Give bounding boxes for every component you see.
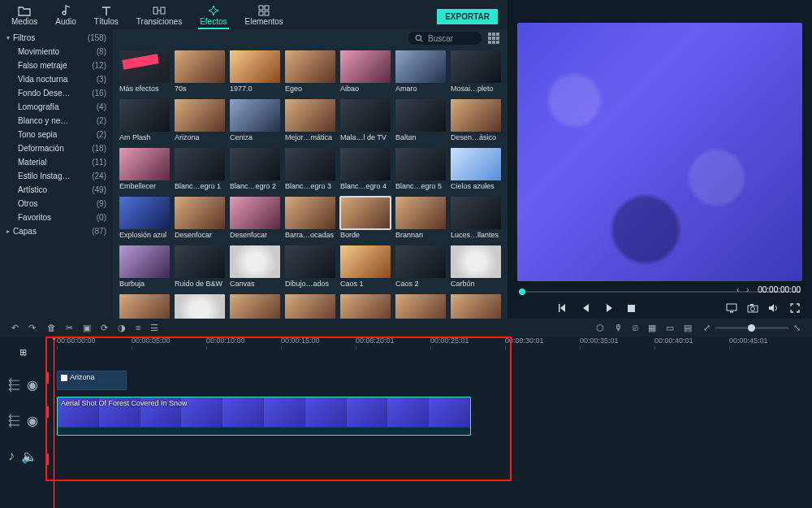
effect-item[interactable]: Caos 2: [395, 245, 446, 291]
effect-item[interactable]: Caos 1: [340, 245, 391, 291]
fx-clip[interactable]: Arizona: [57, 371, 127, 390]
category-item[interactable]: Deformación(18): [0, 141, 113, 155]
effect-item[interactable]: [395, 294, 446, 319]
effect-item[interactable]: Brannan: [395, 197, 446, 242]
category-item[interactable]: Tono sepia(2): [0, 128, 113, 141]
fit-icon[interactable]: ⤢: [703, 323, 710, 333]
category-item[interactable]: Artístico(49): [0, 183, 113, 197]
delete-button[interactable]: 🗑: [47, 323, 56, 333]
effect-item[interactable]: Barra…ocadas: [285, 197, 335, 242]
effect-item[interactable]: Carbón: [451, 245, 501, 291]
fx-track[interactable]: Arizona: [45, 371, 812, 390]
effect-item[interactable]: Burbuja: [119, 245, 170, 291]
grid-view-toggle[interactable]: [488, 33, 499, 44]
effect-item[interactable]: [119, 294, 170, 319]
effect-item[interactable]: Más efectos: [119, 50, 170, 96]
effect-item[interactable]: Borde: [340, 197, 391, 242]
effect-item[interactable]: Egeo: [285, 50, 335, 96]
effect-item[interactable]: 70s: [175, 50, 225, 96]
volume-icon[interactable]: [768, 302, 780, 314]
more-button[interactable]: ☰: [150, 323, 158, 333]
volume-icon[interactable]: 🔈: [21, 449, 37, 464]
visibility-icon[interactable]: ◉: [27, 413, 38, 428]
effect-item[interactable]: Desen…ásico: [451, 99, 501, 145]
effect-item[interactable]: Mejor…mática: [285, 99, 335, 145]
color-button[interactable]: ◑: [118, 323, 126, 333]
track-manager-button[interactable]: ▤: [684, 323, 692, 333]
category-item[interactable]: Vida nocturna(3): [0, 72, 113, 86]
voiceover-button[interactable]: 🎙: [614, 323, 623, 333]
effect-item[interactable]: Baltan: [395, 99, 446, 145]
effect-item[interactable]: Ceniza: [230, 99, 280, 145]
category-item[interactable]: Favoritos(0): [0, 211, 113, 224]
effect-item[interactable]: Mosai…pleto: [451, 50, 501, 96]
category-item[interactable]: Lomografía(4): [0, 100, 113, 114]
search-input[interactable]: Buscar: [408, 32, 482, 45]
category-item[interactable]: Movimiento(8): [0, 45, 113, 59]
tab-efectos[interactable]: Efectos: [198, 3, 228, 29]
zoom-slider[interactable]: ⤢ ⤡: [703, 323, 801, 333]
preview-viewport[interactable]: [517, 23, 802, 281]
effect-item[interactable]: Aibao: [340, 50, 391, 96]
effect-item[interactable]: Desenfocar: [175, 197, 225, 242]
effect-item[interactable]: Desenfocar: [230, 197, 280, 242]
category-item[interactable]: Falso metraje(12): [0, 59, 113, 72]
effect-item[interactable]: [230, 294, 280, 319]
split-button[interactable]: ✂: [66, 323, 73, 333]
render-button[interactable]: ▦: [648, 323, 656, 333]
display-settings-icon[interactable]: [726, 302, 737, 314]
fullscreen-icon[interactable]: [789, 302, 801, 314]
video-track-header[interactable]: ⬱ ◉: [0, 398, 45, 442]
category-item[interactable]: Estilo Instag…(24): [0, 169, 113, 183]
zoom-to-fit-icon[interactable]: ⤡: [793, 323, 801, 333]
export-button[interactable]: EXPORTAR: [437, 9, 498, 24]
effect-item[interactable]: [285, 294, 335, 319]
effect-item[interactable]: Embellecer: [119, 148, 170, 193]
undo-button[interactable]: ↶: [11, 323, 19, 333]
effect-item[interactable]: Am Plash: [119, 99, 170, 145]
tab-audio[interactable]: Audio: [54, 3, 78, 29]
effect-item[interactable]: Blanc…egro 4: [340, 148, 391, 193]
effect-item[interactable]: Luces…llantes: [451, 197, 501, 242]
effect-item[interactable]: [340, 294, 391, 319]
effect-item[interactable]: Blanc…egro 1: [175, 148, 225, 193]
tab-títulos[interactable]: Títulos: [93, 3, 120, 29]
category-item[interactable]: Material(11): [0, 155, 113, 169]
category-capas[interactable]: ▸ Capas (87): [0, 224, 113, 238]
snapshot-icon[interactable]: [747, 302, 758, 314]
effect-item[interactable]: Amaro: [395, 50, 446, 96]
nav-next-icon[interactable]: ›: [746, 285, 749, 294]
effect-item[interactable]: Canvas: [230, 245, 280, 291]
tab-elementos[interactable]: Elementos: [244, 3, 285, 29]
category-filtros[interactable]: ▾ Filtros (158): [0, 31, 113, 45]
play-backward-button[interactable]: [581, 302, 592, 314]
effect-item[interactable]: Blanc…egro 5: [395, 148, 446, 193]
timeline-ruler[interactable]: 00:00:00:0000:00:05:0000:00:10:0000:00:1…: [45, 336, 812, 348]
preview-quality-button[interactable]: ▭: [666, 323, 674, 333]
effect-item[interactable]: Ruido de B&W: [175, 245, 225, 291]
fx-track-header[interactable]: ⬱ ◉: [0, 371, 45, 398]
nav-prev-icon[interactable]: ‹: [736, 285, 739, 294]
redo-button[interactable]: ↷: [28, 323, 36, 333]
effect-item[interactable]: [451, 294, 501, 319]
visibility-icon[interactable]: ◉: [27, 377, 38, 393]
play-button[interactable]: [603, 302, 615, 314]
effect-item[interactable]: 1977.0: [230, 50, 280, 96]
effect-item[interactable]: Dibujo…ados: [285, 245, 335, 291]
effect-item[interactable]: Blanc…egro 2: [230, 148, 280, 193]
marker-button[interactable]: ⬡: [596, 323, 604, 333]
stop-button[interactable]: [626, 302, 637, 314]
effect-item[interactable]: Arizona: [175, 99, 225, 145]
tab-transiciones[interactable]: Transiciones: [135, 3, 184, 29]
mixer-button[interactable]: ⎚: [633, 323, 638, 333]
effect-item[interactable]: [175, 294, 225, 319]
effect-item[interactable]: Blanc…egro 3: [285, 148, 335, 193]
tab-medios[interactable]: Medios: [10, 3, 39, 29]
category-item[interactable]: Otros(9): [0, 197, 113, 211]
video-track[interactable]: Aerial Shot Of Forest Covered In Snow: [45, 397, 812, 436]
crop-button[interactable]: ▣: [83, 323, 91, 333]
effect-item[interactable]: Cielos azules: [451, 148, 501, 193]
speed-button[interactable]: ⟳: [101, 323, 108, 333]
audio-track-header[interactable]: ♪ 🔈: [0, 442, 45, 470]
video-clip[interactable]: Aerial Shot Of Forest Covered In Snow: [57, 397, 471, 436]
